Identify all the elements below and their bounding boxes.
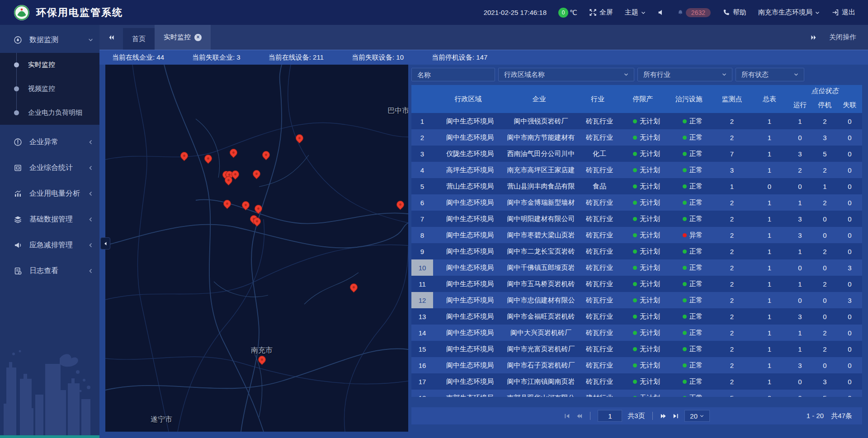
region-filter-select[interactable]: 行政区域名称 [498,68,634,81]
cell-region: 阆中生态环境局 [433,129,503,146]
cell-meter: 1 [751,243,788,259]
table-row[interactable]: 6 阆中生态环境局 阆中市金博瑞新型墙材 砖瓦行业 无计划 正常 2 1 1 2… [411,194,862,211]
fullscreen-button[interactable]: 全屏 [589,8,613,17]
tab-close-icon[interactable]: × [194,34,202,41]
status-dot-green [633,136,637,140]
cell-monitor: 2 [712,243,751,259]
table-row[interactable]: 9 阆中生态环境局 阆中市二龙长宝页岩砖 砖瓦行业 无计划 正常 2 1 1 2… [411,243,862,259]
org-dropdown[interactable]: 南充市生态环境局 [758,8,820,17]
col-monitor: 监测点 [712,85,751,113]
table-row[interactable]: 3 仪陇生态环境局 西南油气田分公司川中 化工 无计划 正常 7 1 3 5 0 [411,146,862,162]
table-row[interactable]: 17 阆中生态环境局 阆中市江南镇阆南页岩 砖瓦行业 无计划 正常 2 1 0 … [411,373,862,390]
sidebar-subitem-video-monitoring[interactable]: 视频监控 [0,77,99,101]
chevron-left-icon [88,165,93,170]
double-chevron-right-icon[interactable] [810,34,817,41]
tab-realtime-monitoring[interactable]: 实时监控 × [155,25,211,50]
first-page-button[interactable] [564,413,571,419]
cell-facility: 正常 [665,373,712,390]
table-row[interactable]: 15 阆中生态环境局 阆中市光富页岩机砖厂 砖瓦行业 无计划 正常 2 1 1 … [411,341,862,357]
chevron-down-icon [624,72,628,77]
cell-monitor: 2 [712,227,751,243]
sidebar-item-data-monitoring[interactable]: 数据监测 [0,27,99,53]
cell-facility: 正常 [665,243,712,259]
sidebar-nav: 数据监测 实时监控 视频监控 企业电力负荷明细 企业异常 企业综合统计 企业用电… [0,25,99,438]
stat-online-devices: 当前在线设备: 211 [269,53,324,62]
cell-stop: 0 [812,211,837,227]
cell-meter: 1 [751,113,788,129]
cell-company: 阆中市石子页岩机砖厂 [503,357,575,373]
logout-button[interactable]: 退出 [831,8,855,17]
notifications-button[interactable]: 2632 [677,8,711,17]
cell-run: 1 [788,113,812,129]
cell-industry: 砖瓦行业 [575,325,620,341]
sidebar-subitem-power-load-detail[interactable]: 企业电力负荷明细 [0,101,99,125]
industry-filter-select[interactable]: 所有行业 [637,68,732,81]
last-page-button[interactable] [672,413,679,419]
page-number-input[interactable] [598,410,622,422]
sidebar-subitem-realtime-monitoring[interactable]: 实时监控 [0,53,99,77]
sidebar-item-company-statistics[interactable]: 企业综合统计 [0,155,99,181]
table-row[interactable]: 18 南部生态环境局 南部县双华山河有限公 建材行业 无计划 正常 5 0 0 … [411,390,862,397]
table-row[interactable]: 5 营山生态环境局 营山县润丰肉食品有限 食品 无计划 正常 1 0 0 1 0 [411,178,862,194]
table-row[interactable]: 7 阆中生态环境局 阆中明阳建材有限公司 砖瓦行业 无计划 正常 2 1 3 0… [411,211,862,227]
col-production: 停限产 [620,85,665,113]
sidebar-item-label: 企业用电量分析 [29,189,88,198]
sidebar-subitem-label: 企业电力负荷明细 [28,108,82,117]
cell-industry: 砖瓦行业 [575,292,620,308]
table-row[interactable]: 14 阆中生态环境局 阆中大兴页岩机砖厂 砖瓦行业 无计划 正常 2 1 1 2… [411,325,862,341]
cell-stop: 2 [812,162,837,178]
table-row[interactable]: 13 阆中生态环境局 阆中市金福旺页岩机砖 砖瓦行业 无计划 正常 2 1 3 … [411,308,862,325]
cell-facility: 正常 [665,162,712,178]
sidebar-item-emergency-reduction[interactable]: 应急减排管理 [0,232,99,258]
cell-production: 无计划 [620,243,665,259]
cell-facility: 正常 [665,113,712,129]
name-filter-input[interactable] [417,71,489,79]
sidebar-item-log-view[interactable]: 日志查看 [0,258,99,284]
cell-meter: 1 [751,373,788,390]
map-canvas[interactable]: 巴中市南充市遂宁市 [105,65,408,432]
name-filter-field[interactable] [411,68,495,81]
cell-monitor: 2 [712,325,751,341]
cell-lost: 0 [837,113,862,129]
table-row[interactable]: 10 阆中生态环境局 阆中千佛镇五郎垭页岩 砖瓦行业 无计划 正常 2 1 0 … [411,259,862,276]
cell-index: 15 [411,341,433,357]
tab-label: 首页 [132,35,146,43]
table-row[interactable]: 11 阆中生态环境局 阆中市五马桥页岩机砖 砖瓦行业 无计划 正常 2 1 1 … [411,276,862,292]
pagination-controls: 共3页 20 [411,410,862,422]
status-filter-select[interactable]: 所有状态 [736,68,804,81]
map-collapse-button[interactable] [100,237,110,250]
page-size-select[interactable]: 20 [684,410,710,422]
status-dot-green [683,315,687,319]
cell-company: 营山县润丰肉食品有限 [503,178,575,194]
status-dot-green [683,168,687,172]
status-dot-green [633,347,637,351]
cell-meter: 1 [751,194,788,211]
prev-page-button[interactable] [576,413,583,419]
mute-button[interactable] [657,9,665,16]
sidebar-item-base-data-management[interactable]: 基础数据管理 [0,207,99,232]
cell-stop: 2 [812,194,837,211]
stat-online-companies: 当前在线企业: 44 [112,53,164,62]
status-dot-green [633,217,637,221]
cell-industry: 砖瓦行业 [575,243,620,259]
col-stop: 停机 [812,97,837,113]
tabs-scroll-left-button[interactable] [99,25,123,50]
table-row[interactable]: 2 阆中生态环境局 阆中市南方节能建材有 砖瓦行业 无计划 正常 2 1 0 3… [411,129,862,146]
theme-dropdown[interactable]: 主题 [625,8,646,17]
cell-index: 18 [411,390,433,397]
table-row[interactable]: 8 阆中生态环境局 阆中市枣碧大梁山页岩 砖瓦行业 无计划 异常 2 1 3 0… [411,227,862,243]
next-page-button[interactable] [660,413,667,419]
help-button[interactable]: 帮助 [722,8,746,17]
table-row[interactable]: 4 高坪生态环境局 南充市高坪区王家店建 砖瓦行业 无计划 正常 3 1 2 2… [411,162,862,178]
tab-home[interactable]: 首页 [123,28,155,50]
close-operations-button[interactable]: 关闭操作 [829,33,856,42]
cell-production: 无计划 [620,292,665,308]
table-row[interactable]: 12 阆中生态环境局 阆中市忠信建材有限公 砖瓦行业 无计划 正常 2 1 0 … [411,292,862,308]
table-row[interactable]: 16 阆中生态环境局 阆中市石子页岩机砖厂 砖瓦行业 无计划 正常 2 1 3 … [411,357,862,373]
table-row[interactable]: 1 阆中生态环境局 阆中强锐页岩砖厂 砖瓦行业 无计划 正常 2 1 1 2 0 [411,113,862,129]
sidebar-item-company-abnormal[interactable]: 企业异常 [0,129,99,155]
cell-industry: 化工 [575,146,620,162]
cell-run: 0 [788,292,812,308]
sidebar-item-power-usage-analysis[interactable]: 企业用电量分析 [0,181,99,207]
chevron-left-icon [88,217,93,222]
